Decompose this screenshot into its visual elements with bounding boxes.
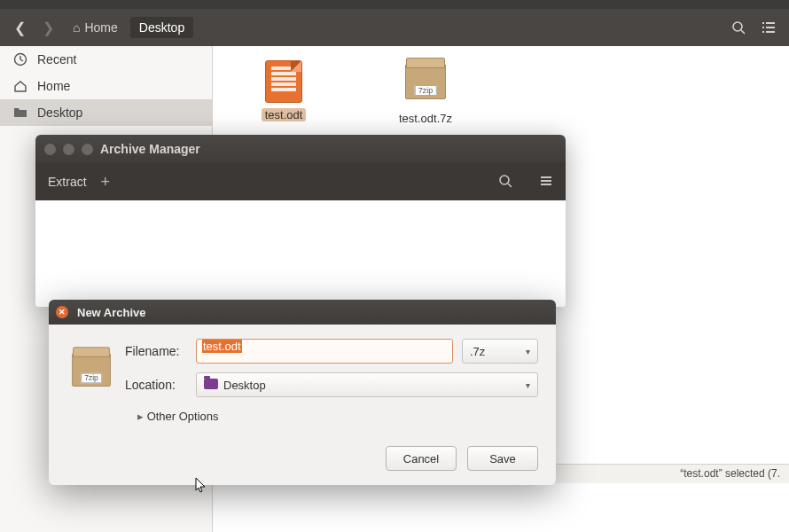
file-item[interactable]: 7zip test.odt.7z [381,60,470,125]
home-icon [12,78,28,94]
am-content [35,200,566,307]
extract-button[interactable]: Extract [48,175,87,189]
breadcrumb-home-label: Home [84,20,117,35]
archive-manager-window: Archive Manager Extract + [35,135,566,307]
add-button[interactable]: + [101,173,111,192]
archive-icon: 7zip [405,64,446,99]
am-title: Archive Manager [100,142,200,156]
na-title: New Archive [77,306,146,319]
svg-rect-6 [766,27,775,28]
close-icon[interactable]: ✕ [56,306,68,318]
other-options-toggle[interactable]: Other Options [137,410,538,423]
sidebar-item-recent[interactable]: Recent [0,46,212,73]
na-titlebar[interactable]: ✕ New Archive [49,300,556,325]
search-icon[interactable] [498,174,512,191]
breadcrumb-home[interactable]: ⌂ Home [64,17,127,38]
nav-forward-button[interactable]: ❯ [35,15,60,40]
location-label: Location: [125,378,187,392]
cancel-button[interactable]: Cancel [386,446,457,471]
chevron-down-icon: ▾ [526,380,530,390]
menu-icon[interactable] [539,174,553,191]
window-max-icon[interactable] [82,144,93,155]
breadcrumb-current[interactable]: Desktop [130,17,193,38]
sidebar-item-label: Recent [37,52,76,66]
svg-rect-3 [762,27,764,28]
save-button[interactable]: Save [467,446,538,471]
fm-toolbar: ❮ ❯ ⌂ Home Desktop [0,9,789,46]
file-item[interactable]: test.odt [239,60,328,121]
file-name: test.odt.7z [399,112,452,125]
chevron-down-icon: ▾ [526,347,530,356]
am-titlebar[interactable]: Archive Manager [35,135,566,163]
window-min-icon[interactable] [63,144,74,155]
view-list-icon[interactable] [755,14,782,41]
home-icon: ⌂ [73,20,80,35]
sidebar-item-label: Desktop [37,106,82,120]
svg-line-1 [741,30,745,34]
svg-rect-2 [762,22,764,24]
clock-icon [12,51,28,67]
filename-input[interactable]: test.odt [196,339,453,364]
extension-select[interactable]: .7z▾ [462,339,538,364]
svg-rect-11 [541,176,551,178]
svg-rect-7 [766,31,775,33]
sidebar-item-label: Home [37,79,70,93]
sidebar-item-home[interactable]: Home [0,73,212,99]
svg-rect-4 [762,31,764,33]
nav-back-button[interactable]: ❮ [7,15,32,40]
window-close-icon[interactable] [44,144,56,155]
sidebar-item-desktop[interactable]: Desktop [0,99,212,126]
svg-rect-5 [766,22,775,24]
archive-icon: 7zip [66,348,116,387]
new-archive-dialog: ✕ New Archive 7zip Filename: test.odt .7… [49,300,556,485]
folder-icon [204,379,218,389]
svg-rect-13 [541,184,551,185]
file-name: test.odt [262,108,307,121]
document-icon [265,60,302,103]
svg-rect-12 [541,180,551,182]
filename-label: Filename: [125,344,187,358]
svg-point-0 [733,22,742,31]
folder-icon [12,105,28,121]
am-toolbar: Extract + [35,163,566,200]
location-select[interactable]: Desktop ▾ [196,372,538,397]
svg-point-9 [500,176,509,184]
svg-line-10 [508,184,512,187]
search-icon[interactable] [725,14,752,41]
